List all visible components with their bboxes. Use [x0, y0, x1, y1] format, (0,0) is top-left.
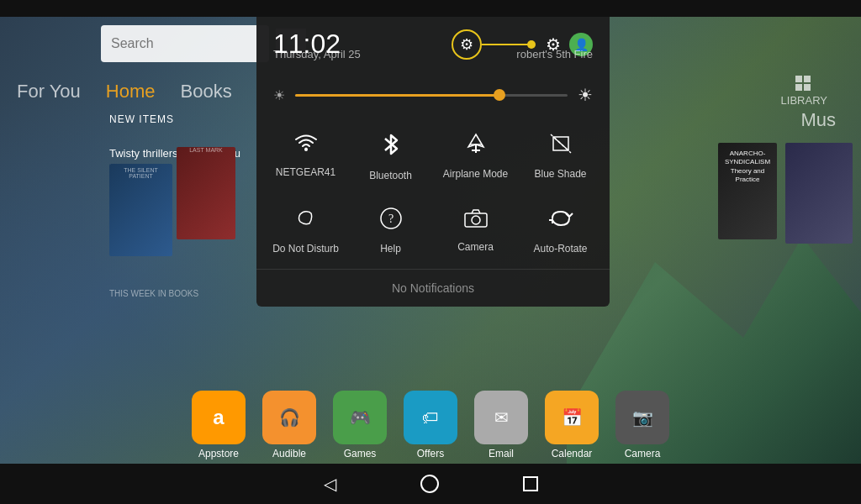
- svg-point-13: [472, 216, 480, 224]
- app-dock: a Appstore 🎧 Audible 🎮 Games 🏷 Offers ✉: [0, 391, 861, 459]
- brightness-high-icon: ☀: [578, 85, 593, 105]
- games-label: Games: [344, 448, 377, 459]
- tab-home[interactable]: Home: [106, 81, 156, 102]
- toggle-dnd[interactable]: Do Not Disturb: [265, 197, 346, 266]
- book-cover-1[interactable]: THE SILENT PATIENT: [109, 164, 172, 256]
- camera-icon: 📷: [615, 391, 669, 444]
- search-input[interactable]: [111, 36, 279, 51]
- top-status-bar: [0, 0, 861, 17]
- blueshade-label: Blue Shade: [534, 168, 586, 181]
- toggle-wifi[interactable]: NETGEAR41: [265, 122, 346, 193]
- svg-rect-2: [795, 84, 802, 91]
- offers-label: Offers: [417, 448, 444, 459]
- autorotate-label: Auto-Rotate: [533, 243, 587, 256]
- email-icon: ✉: [474, 391, 528, 444]
- this-week-label: THIS WEEK IN BOOKS: [109, 289, 198, 298]
- home-button[interactable]: [420, 475, 439, 493]
- brightness-row: ☀ ☀: [256, 76, 610, 113]
- library-grid-icon: [795, 76, 812, 92]
- dnd-label: Do Not Disturb: [272, 243, 339, 256]
- camera-toggle-icon: [463, 207, 489, 234]
- calendar-icon: 📅: [545, 391, 599, 444]
- toggle-airplane[interactable]: Airplane Mode: [435, 122, 516, 193]
- svg-rect-3: [804, 84, 811, 91]
- rotate-icon: [548, 207, 573, 236]
- tab-for-you[interactable]: For You: [17, 81, 81, 102]
- toggle-blueshade[interactable]: Blue Shade: [520, 122, 601, 193]
- back-button[interactable]: ◁: [324, 474, 336, 494]
- airplane-icon: [463, 132, 489, 161]
- brightness-fill: [295, 94, 499, 97]
- brightness-track[interactable]: [295, 94, 568, 97]
- camera-toggle-label: Camera: [457, 241, 494, 255]
- toggles-grid: NETGEAR41 Bluetooth Airplane Mode: [256, 113, 610, 265]
- dock-offers[interactable]: 🏷 Offers: [404, 391, 457, 459]
- dock-camera[interactable]: 📷 Camera: [615, 391, 669, 459]
- offers-icon: 🏷: [404, 391, 457, 444]
- bluetooth-label: Bluetooth: [369, 170, 412, 183]
- help-label: Help: [380, 243, 401, 256]
- toggle-help[interactable]: ? Help: [350, 197, 431, 266]
- toggle-autorotate[interactable]: Auto-Rotate: [520, 197, 601, 266]
- brightness-thumb: [494, 89, 505, 101]
- dock-games[interactable]: 🎮 Games: [333, 391, 387, 459]
- bottom-nav-bar: ◁: [0, 464, 861, 504]
- panel-header: 11:02 ⚙ ⚙ 👤 Thursday, April 25 robert's …: [256, 17, 610, 66]
- book-right-1[interactable]: [785, 143, 853, 244]
- audible-icon: 🎧: [262, 391, 316, 444]
- email-label: Email: [489, 448, 514, 459]
- games-icon: 🎮: [333, 391, 387, 444]
- airplane-label: Airplane Mode: [443, 168, 508, 181]
- settings-arrow-line: [482, 44, 532, 45]
- camera-label: Camera: [625, 448, 661, 459]
- notification-panel: 11:02 ⚙ ⚙ 👤 Thursday, April 25 robert's …: [256, 17, 610, 307]
- dock-email[interactable]: ✉ Email: [474, 391, 528, 459]
- calendar-label: Calendar: [552, 448, 593, 459]
- blueshade-icon: [548, 132, 573, 161]
- tab-books[interactable]: Books: [181, 81, 232, 102]
- moon-icon: [294, 207, 318, 236]
- appstore-label: Appstore: [198, 448, 239, 459]
- brightness-low-icon: ☀: [273, 87, 285, 103]
- book-right-2-text: ANARCHO-SYNDICALISMTheory and Practice: [721, 150, 774, 185]
- toggle-bluetooth[interactable]: Bluetooth: [350, 122, 431, 193]
- svg-text:?: ?: [388, 213, 393, 225]
- svg-point-4: [304, 148, 308, 151]
- recent-button[interactable]: [523, 476, 538, 491]
- bluetooth-icon: [380, 132, 402, 163]
- book-covers: Twisty thrillers to make you gasp THE SI…: [109, 147, 244, 315]
- library-area: Mus ANARCHO-SYNDICALISMTheory and Practi…: [642, 101, 853, 413]
- search-bar-container: 🔍: [101, 25, 269, 62]
- search-bar: [101, 25, 269, 62]
- music-label: Mus: [800, 109, 836, 131]
- book-right-2[interactable]: ANARCHO-SYNDICALISMTheory and Practice: [718, 143, 777, 239]
- dock-audible[interactable]: 🎧 Audible: [262, 391, 316, 459]
- settings-highlighted-icon[interactable]: ⚙: [452, 29, 482, 60]
- dock-calendar[interactable]: 📅 Calendar: [545, 391, 599, 459]
- appstore-icon: a: [192, 391, 246, 444]
- toggle-camera[interactable]: Camera: [435, 197, 516, 266]
- panel-date: Thursday, April 25: [273, 46, 361, 61]
- dock-appstore[interactable]: a Appstore: [192, 391, 246, 459]
- svg-rect-1: [804, 76, 811, 82]
- no-notifications: No Notifications: [256, 269, 610, 307]
- help-icon: ?: [379, 207, 403, 236]
- wifi-icon: [293, 132, 319, 160]
- new-items-label: NEW ITEMS: [109, 113, 174, 125]
- audible-label: Audible: [272, 448, 306, 459]
- panel-device-name: robert's 5th Fire: [516, 46, 593, 61]
- wifi-label: NETGEAR41: [276, 166, 335, 180]
- book-cover-2[interactable]: LAST MARK: [177, 147, 235, 239]
- svg-rect-0: [795, 76, 802, 82]
